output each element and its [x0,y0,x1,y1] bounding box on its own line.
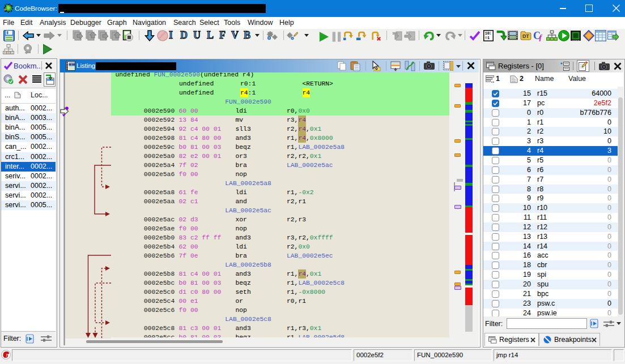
svg-text:A: A [4,52,6,54]
svg-text:f: f [539,33,543,41]
svg-text:DT: DT [522,33,529,39]
svg-text:B: B [8,52,10,54]
svg-text:1: 1 [487,36,490,40]
